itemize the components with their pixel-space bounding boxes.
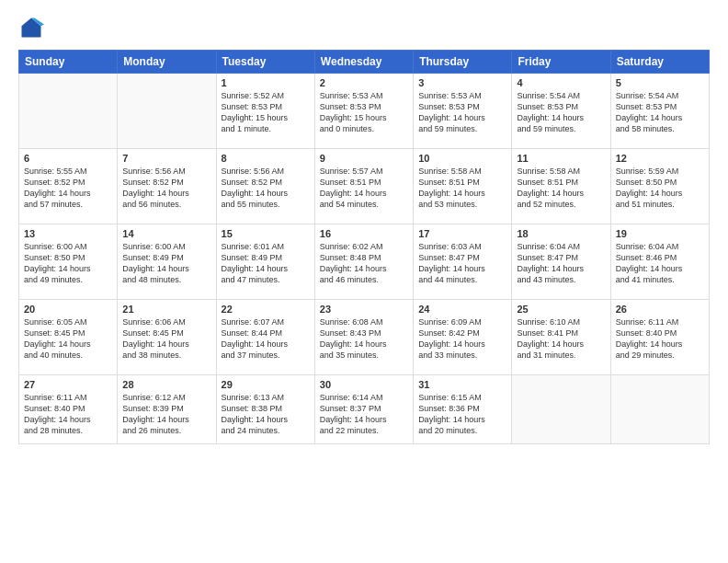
day-info: Sunrise: 5:54 AM Sunset: 8:53 PM Dayligh… <box>517 90 605 135</box>
calendar-day-cell: 18Sunrise: 6:04 AM Sunset: 8:47 PM Dayli… <box>512 224 610 300</box>
calendar-day-cell: 10Sunrise: 5:58 AM Sunset: 8:51 PM Dayli… <box>414 149 512 224</box>
calendar-day-cell <box>118 74 216 149</box>
day-info: Sunrise: 6:04 AM Sunset: 8:46 PM Dayligh… <box>616 241 704 286</box>
calendar-day-cell: 25Sunrise: 6:10 AM Sunset: 8:41 PM Dayli… <box>512 300 610 375</box>
logo-icon <box>18 15 44 40</box>
day-number: 29 <box>222 379 310 390</box>
day-info: Sunrise: 5:53 AM Sunset: 8:53 PM Dayligh… <box>320 90 408 135</box>
day-number: 30 <box>320 379 408 390</box>
header <box>18 15 710 40</box>
day-info: Sunrise: 6:15 AM Sunset: 8:36 PM Dayligh… <box>418 392 506 437</box>
day-number: 5 <box>616 77 704 88</box>
calendar-day-cell: 22Sunrise: 6:07 AM Sunset: 8:44 PM Dayli… <box>216 300 314 375</box>
day-info: Sunrise: 6:04 AM Sunset: 8:47 PM Dayligh… <box>517 241 605 286</box>
day-info: Sunrise: 6:10 AM Sunset: 8:41 PM Dayligh… <box>517 316 605 362</box>
calendar-week-row: 20Sunrise: 6:05 AM Sunset: 8:45 PM Dayli… <box>19 300 710 375</box>
day-number: 1 <box>222 77 310 88</box>
calendar-day-cell: 6Sunrise: 5:55 AM Sunset: 8:52 PM Daylig… <box>19 149 118 224</box>
calendar-week-row: 13Sunrise: 6:00 AM Sunset: 8:50 PM Dayli… <box>19 224 710 300</box>
day-info: Sunrise: 6:07 AM Sunset: 8:44 PM Dayligh… <box>222 316 310 362</box>
day-number: 8 <box>222 153 310 164</box>
day-number: 2 <box>320 77 408 88</box>
calendar-week-row: 6Sunrise: 5:55 AM Sunset: 8:52 PM Daylig… <box>19 149 710 224</box>
day-info: Sunrise: 5:58 AM Sunset: 8:51 PM Dayligh… <box>418 166 506 211</box>
day-info: Sunrise: 6:06 AM Sunset: 8:45 PM Dayligh… <box>122 316 210 362</box>
day-info: Sunrise: 5:54 AM Sunset: 8:53 PM Dayligh… <box>616 90 704 135</box>
calendar-day-cell: 20Sunrise: 6:05 AM Sunset: 8:45 PM Dayli… <box>19 300 118 375</box>
calendar-day-cell: 3Sunrise: 5:53 AM Sunset: 8:53 PM Daylig… <box>414 74 512 149</box>
calendar-day-cell: 23Sunrise: 6:08 AM Sunset: 8:43 PM Dayli… <box>314 300 413 375</box>
day-info: Sunrise: 6:01 AM Sunset: 8:49 PM Dayligh… <box>222 241 310 286</box>
calendar-day-cell: 30Sunrise: 6:14 AM Sunset: 8:37 PM Dayli… <box>314 375 413 444</box>
day-number: 18 <box>517 228 605 239</box>
calendar-day-cell: 17Sunrise: 6:03 AM Sunset: 8:47 PM Dayli… <box>414 224 512 300</box>
weekday-header-saturday: Saturday <box>610 51 709 74</box>
day-info: Sunrise: 5:56 AM Sunset: 8:52 PM Dayligh… <box>122 166 210 211</box>
day-number: 24 <box>418 304 506 315</box>
day-number: 20 <box>24 304 112 315</box>
calendar-day-cell: 14Sunrise: 6:00 AM Sunset: 8:49 PM Dayli… <box>118 224 216 300</box>
weekday-header-wednesday: Wednesday <box>314 51 413 74</box>
day-info: Sunrise: 6:00 AM Sunset: 8:50 PM Dayligh… <box>24 241 112 286</box>
day-number: 10 <box>418 153 506 164</box>
day-number: 9 <box>320 153 408 164</box>
weekday-header-thursday: Thursday <box>414 51 512 74</box>
calendar-day-cell <box>512 375 610 444</box>
day-number: 22 <box>222 304 310 315</box>
day-info: Sunrise: 6:14 AM Sunset: 8:37 PM Dayligh… <box>320 392 408 437</box>
day-number: 16 <box>320 228 408 239</box>
day-number: 11 <box>517 153 605 164</box>
day-number: 4 <box>517 77 605 88</box>
calendar-day-cell: 9Sunrise: 5:57 AM Sunset: 8:51 PM Daylig… <box>314 149 413 224</box>
day-number: 15 <box>222 228 310 239</box>
weekday-header-tuesday: Tuesday <box>216 51 314 74</box>
day-number: 12 <box>616 153 704 164</box>
calendar-table: SundayMondayTuesdayWednesdayThursdayFrid… <box>18 50 710 444</box>
day-number: 25 <box>517 304 605 315</box>
calendar-day-cell: 7Sunrise: 5:56 AM Sunset: 8:52 PM Daylig… <box>118 149 216 224</box>
day-number: 27 <box>24 379 112 390</box>
day-number: 26 <box>616 304 704 315</box>
day-info: Sunrise: 6:03 AM Sunset: 8:47 PM Dayligh… <box>418 241 506 286</box>
weekday-header-monday: Monday <box>118 51 216 74</box>
day-number: 17 <box>418 228 506 239</box>
day-info: Sunrise: 5:58 AM Sunset: 8:51 PM Dayligh… <box>517 166 605 211</box>
day-info: Sunrise: 6:08 AM Sunset: 8:43 PM Dayligh… <box>320 316 408 362</box>
calendar-day-cell: 12Sunrise: 5:59 AM Sunset: 8:50 PM Dayli… <box>610 149 709 224</box>
day-info: Sunrise: 5:56 AM Sunset: 8:52 PM Dayligh… <box>222 166 310 211</box>
calendar-day-cell: 27Sunrise: 6:11 AM Sunset: 8:40 PM Dayli… <box>19 375 118 444</box>
calendar-day-cell: 16Sunrise: 6:02 AM Sunset: 8:48 PM Dayli… <box>314 224 413 300</box>
day-number: 13 <box>24 228 112 239</box>
day-info: Sunrise: 6:05 AM Sunset: 8:45 PM Dayligh… <box>24 316 112 362</box>
day-number: 7 <box>122 153 210 164</box>
calendar-day-cell: 19Sunrise: 6:04 AM Sunset: 8:46 PM Dayli… <box>610 224 709 300</box>
calendar-day-cell: 8Sunrise: 5:56 AM Sunset: 8:52 PM Daylig… <box>216 149 314 224</box>
calendar-day-cell <box>610 375 709 444</box>
weekday-header-friday: Friday <box>512 51 610 74</box>
calendar-day-cell: 15Sunrise: 6:01 AM Sunset: 8:49 PM Dayli… <box>216 224 314 300</box>
calendar-day-cell: 4Sunrise: 5:54 AM Sunset: 8:53 PM Daylig… <box>512 74 610 149</box>
day-number: 31 <box>418 379 506 390</box>
calendar-day-cell: 13Sunrise: 6:00 AM Sunset: 8:50 PM Dayli… <box>19 224 118 300</box>
logo <box>18 15 48 40</box>
day-number: 19 <box>616 228 704 239</box>
calendar-day-cell: 24Sunrise: 6:09 AM Sunset: 8:42 PM Dayli… <box>414 300 512 375</box>
day-number: 14 <box>122 228 210 239</box>
day-number: 23 <box>320 304 408 315</box>
calendar-day-cell: 28Sunrise: 6:12 AM Sunset: 8:39 PM Dayli… <box>118 375 216 444</box>
calendar-week-row: 27Sunrise: 6:11 AM Sunset: 8:40 PM Dayli… <box>19 375 710 444</box>
day-info: Sunrise: 6:12 AM Sunset: 8:39 PM Dayligh… <box>122 392 210 437</box>
day-info: Sunrise: 6:11 AM Sunset: 8:40 PM Dayligh… <box>24 392 112 437</box>
weekday-header-row: SundayMondayTuesdayWednesdayThursdayFrid… <box>19 51 710 74</box>
day-info: Sunrise: 6:13 AM Sunset: 8:38 PM Dayligh… <box>222 392 310 437</box>
day-info: Sunrise: 6:11 AM Sunset: 8:40 PM Dayligh… <box>616 316 704 362</box>
day-number: 6 <box>24 153 112 164</box>
day-info: Sunrise: 5:59 AM Sunset: 8:50 PM Dayligh… <box>616 166 704 211</box>
calendar-day-cell <box>19 74 118 149</box>
calendar-day-cell: 11Sunrise: 5:58 AM Sunset: 8:51 PM Dayli… <box>512 149 610 224</box>
day-info: Sunrise: 6:02 AM Sunset: 8:48 PM Dayligh… <box>320 241 408 286</box>
calendar-day-cell: 21Sunrise: 6:06 AM Sunset: 8:45 PM Dayli… <box>118 300 216 375</box>
day-info: Sunrise: 6:09 AM Sunset: 8:42 PM Dayligh… <box>418 316 506 362</box>
calendar-day-cell: 1Sunrise: 5:52 AM Sunset: 8:53 PM Daylig… <box>216 74 314 149</box>
calendar-day-cell: 26Sunrise: 6:11 AM Sunset: 8:40 PM Dayli… <box>610 300 709 375</box>
